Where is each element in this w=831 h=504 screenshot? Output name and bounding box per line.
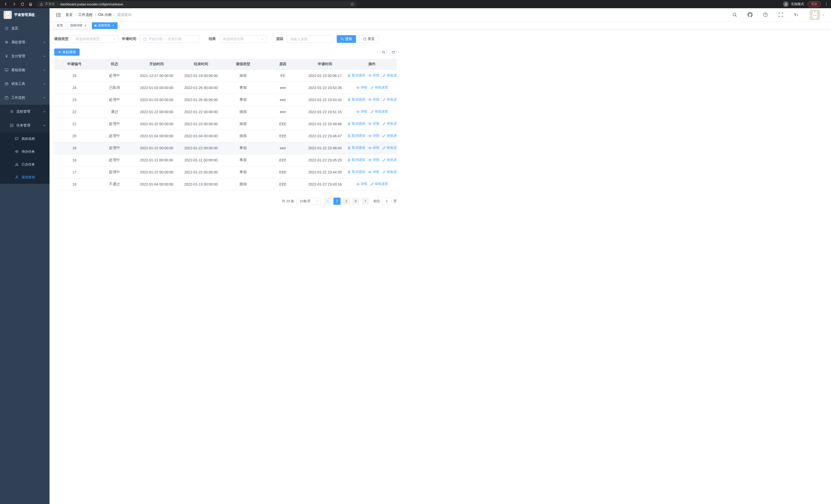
incognito-label: 无痕模式: [791, 2, 804, 6]
tab-leave-query[interactable]: 请假查询 ×: [92, 22, 118, 29]
approval-progress-link[interactable]: 审批进度: [382, 121, 397, 126]
list-icon: [10, 110, 14, 114]
breadcrumb-item-home[interactable]: 首页: [65, 12, 73, 17]
detail-link[interactable]: 详情: [368, 134, 379, 138]
reason-label: 原因: [276, 37, 283, 41]
breadcrumb-item-oa[interactable]: OA 示例: [98, 12, 111, 17]
cancel-leave-link[interactable]: 取消请假: [347, 121, 365, 126]
cell-end: 2022-01-19 00:00:00: [179, 69, 223, 82]
approval-progress-link[interactable]: 审批进度: [370, 109, 388, 114]
cell-type: 事假: [223, 154, 263, 166]
cell-end: 2022-01-13 00:00:00: [179, 178, 223, 190]
col-actions: 操作: [347, 59, 397, 69]
breadcrumb-item-current: 请假查询: [117, 12, 132, 17]
search-button[interactable]: 搜索: [337, 35, 356, 43]
page-button-1[interactable]: 1: [333, 198, 341, 205]
cancel-leave-link[interactable]: 取消请假: [347, 73, 365, 78]
toggle-search-button[interactable]: [380, 49, 387, 56]
sidebar-item-leave-query[interactable]: 请假查询: [0, 171, 50, 184]
cancel-leave-link[interactable]: 取消请假: [347, 97, 365, 102]
detail-link[interactable]: 详情: [368, 97, 379, 102]
leave-type-select[interactable]: 请选择请假类型: [72, 35, 119, 43]
approval-progress-link[interactable]: 审批进度: [382, 146, 397, 150]
cancel-leave-link[interactable]: 取消请假: [347, 146, 365, 150]
sidebar-item-process-mgmt[interactable]: 流程管理: [0, 105, 50, 119]
detail-link[interactable]: 详情: [368, 121, 379, 126]
detail-link[interactable]: 详情: [368, 73, 379, 78]
next-page-button[interactable]: [362, 198, 369, 205]
result-select[interactable]: 请选择流结果: [219, 35, 267, 43]
cell-applied: 2022-01-22 23:49:46: [303, 118, 347, 130]
sidebar-item-home[interactable]: 首页: [0, 22, 50, 35]
close-icon[interactable]: ×: [111, 24, 115, 27]
sidebar-item-payment[interactable]: 支付管理: [0, 49, 50, 63]
table-row: 18处理中2022-01-11 00:00:002022-01-11 00:00…: [54, 154, 397, 166]
forward-button[interactable]: [11, 1, 18, 7]
sidebar-item-task-mgmt[interactable]: 任务管理: [0, 119, 50, 132]
sidebar-item-done-task[interactable]: 已办任务: [0, 158, 50, 171]
cell-actions: 详情审批进度: [347, 106, 397, 118]
approval-progress-link[interactable]: 审批进度: [382, 134, 397, 138]
home-button[interactable]: [27, 1, 34, 7]
back-button[interactable]: [3, 1, 9, 7]
cell-type: 病假: [223, 69, 263, 82]
detail-link[interactable]: 详情: [368, 157, 379, 162]
help-icon[interactable]: [761, 10, 770, 19]
detail-link[interactable]: 详情: [368, 170, 379, 174]
address-bar[interactable]: 不安全 dashboard.yudao.iocoder.cn/bpm/oa/le…: [36, 1, 357, 7]
sidebar-item-infrastructure[interactable]: 基础设施: [0, 63, 50, 77]
cancel-leave-link[interactable]: 取消请假: [347, 134, 365, 138]
reason-field-wrap: [287, 35, 333, 43]
cell-reason: eee: [263, 94, 303, 106]
detail-link[interactable]: 详情: [356, 109, 367, 114]
github-icon[interactable]: [746, 10, 754, 19]
sidebar-item-devtools[interactable]: 研发工具: [0, 77, 50, 91]
detail-link[interactable]: 详情: [368, 146, 379, 150]
approval-progress-link[interactable]: 审批进度: [382, 157, 397, 162]
fullscreen-icon[interactable]: [776, 10, 785, 19]
approval-progress-link[interactable]: 审批进度: [382, 97, 397, 102]
avatar[interactable]: [810, 10, 820, 20]
update-button[interactable]: 更新: [808, 1, 821, 7]
approval-progress-link[interactable]: 审批进度: [370, 85, 388, 90]
approval-progress-link[interactable]: 审批进度: [370, 182, 388, 186]
cancel-leave-link[interactable]: 取消请假: [347, 170, 365, 174]
bookmark-star-icon[interactable]: [350, 2, 354, 6]
create-leave-button[interactable]: 发起请假: [54, 49, 80, 56]
approval-progress-link[interactable]: 审批进度: [382, 170, 397, 174]
goto-page-input[interactable]: [382, 198, 392, 205]
leave-table: 申请编号 状态 开始时间 结束时间 请假类型 原因 申请时间 操作 25处理中2…: [54, 59, 397, 190]
cell-applied: 2022-01-22 23:45:29: [303, 154, 347, 166]
tab-process-detail[interactable]: 流程详情 ×: [67, 22, 90, 29]
breadcrumb-item-workflow[interactable]: 工作流程: [78, 12, 93, 17]
tab-home[interactable]: 首页: [54, 22, 65, 29]
chevron-down-icon: [43, 110, 46, 113]
cell-actions: 取消请假详情审批进度: [347, 118, 397, 130]
browser-menu-icon[interactable]: ⋮: [824, 2, 828, 6]
refresh-button[interactable]: [390, 49, 397, 56]
apply-time-range-picker[interactable]: 开始日期 - 结束日期: [140, 35, 199, 43]
page-size-select[interactable]: 10条/页: [297, 198, 321, 205]
cancel-leave-link[interactable]: 取消请假: [347, 157, 365, 162]
sidebar-item-workflow[interactable]: 工作流程: [0, 91, 50, 105]
detail-link[interactable]: 详情: [356, 85, 367, 90]
approval-progress-link[interactable]: 审批进度: [382, 73, 397, 78]
cell-actions: 详情审批进度: [347, 82, 397, 94]
reset-button[interactable]: 重置: [359, 35, 378, 43]
page-button-3[interactable]: 3: [352, 198, 359, 205]
detail-link[interactable]: 详情: [356, 182, 367, 186]
reload-button[interactable]: [19, 1, 26, 7]
font-size-icon[interactable]: TT: [792, 10, 800, 19]
sidebar-collapse-icon[interactable]: [56, 12, 61, 18]
user-menu[interactable]: [810, 10, 825, 20]
close-icon[interactable]: ×: [84, 24, 87, 27]
sidebar-item-my-process[interactable]: 我的流程: [0, 132, 50, 145]
user-icon: [15, 175, 19, 179]
search-icon[interactable]: [730, 10, 739, 19]
page-button-2[interactable]: 2: [343, 198, 350, 205]
sidebar-item-todo-task[interactable]: 待办任务: [0, 145, 50, 158]
prev-page-button[interactable]: [324, 198, 331, 205]
cell-end: 2022-01-22 00:00:00: [179, 166, 223, 178]
sidebar-item-system[interactable]: 系统管理: [0, 35, 50, 49]
reason-input[interactable]: [287, 35, 333, 42]
